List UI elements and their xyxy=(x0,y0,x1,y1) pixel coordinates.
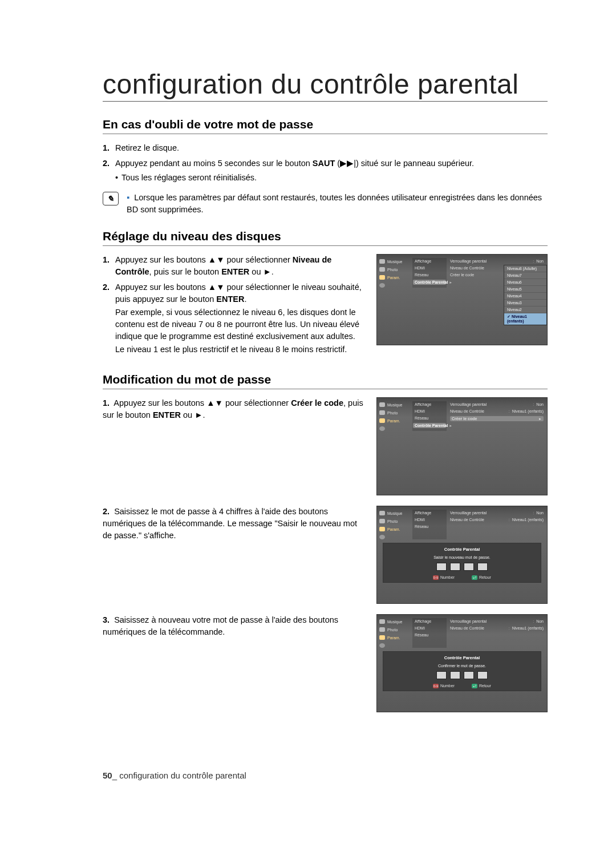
password-modal-new: Contrôle Parental Saisir le nouveau mot … xyxy=(383,543,541,583)
password-modal-confirm: Contrôle Parental Confirmer le mot de pa… xyxy=(383,651,541,691)
step-select-create-code: 1. Appuyez sur les boutons ▲▼ pour sélec… xyxy=(103,397,365,421)
step-enter-password: 2. Saisissez le mot de passe à 4 chiffre… xyxy=(103,506,365,542)
step-press-skip: Appuyez pendant au moins 5 secondes sur … xyxy=(103,158,548,184)
level-dropdown: Niveau8 (Adulte) Niveau7 Niveau6 Niveau5… xyxy=(504,265,547,325)
document-page: configuration du contrôle parental En ca… xyxy=(0,0,616,712)
disc-level-steps: Appuyez sur les boutons ▲▼ pour sélectio… xyxy=(103,254,365,359)
screenshot-confirm-password: Musique Photo Param. Affichage HDMI Rése… xyxy=(376,614,548,712)
screenshot-create-code: Musique Photo Param. Affichage HDMI Rése… xyxy=(376,397,548,495)
modal-return-hint: ⮐Retour xyxy=(472,575,491,580)
section-forgot-password-heading: En cas d'oubli de votre mot de passe xyxy=(103,118,548,134)
section-disc-level-heading: Réglage du niveau des disques xyxy=(103,229,548,246)
sidebar-music: Musique xyxy=(379,259,412,264)
forgot-password-steps: Retirez le disque. Appuyez pendant au mo… xyxy=(103,142,548,184)
page-title: configuration du contrôle parental xyxy=(103,68,548,102)
screenshot-enter-password: Musique Photo Param. Affichage HDMI Rése… xyxy=(376,506,548,604)
note-text: Lorsque les paramètres par défaut sont r… xyxy=(127,192,548,216)
modal-number-hint: 0-9Number xyxy=(433,575,455,580)
step-confirm-password: 3. Saisissez à nouveau votre mot de pass… xyxy=(103,614,365,638)
sidebar-photo: Photo xyxy=(379,267,412,272)
screenshot-level-dropdown: Musique Photo Param. Affichage HDMI Rése… xyxy=(376,254,548,345)
sidebar-param: Param. xyxy=(379,275,412,280)
page-footer: 50_ configuration du contrôle parental xyxy=(103,771,246,780)
step-remove-disc: Retirez le disque. xyxy=(103,142,548,154)
step-choose-level: Appuyez sur les boutons ▲▼ pour sélectio… xyxy=(103,281,365,356)
step-select-level-menu: Appuyez sur les boutons ▲▼ pour sélectio… xyxy=(103,254,365,278)
menu-parental-control: Contrôle Parental xyxy=(413,280,446,285)
note-icon: ✎ xyxy=(103,192,119,205)
sidebar-gear-icon xyxy=(379,283,412,288)
note-row: ✎ Lorsque les paramètres par défaut sont… xyxy=(103,192,548,216)
step-reset-bullet: Tous les réglages seront réinitialisés. xyxy=(115,172,548,184)
section-change-password-heading: Modification du mot de passe xyxy=(103,373,548,389)
